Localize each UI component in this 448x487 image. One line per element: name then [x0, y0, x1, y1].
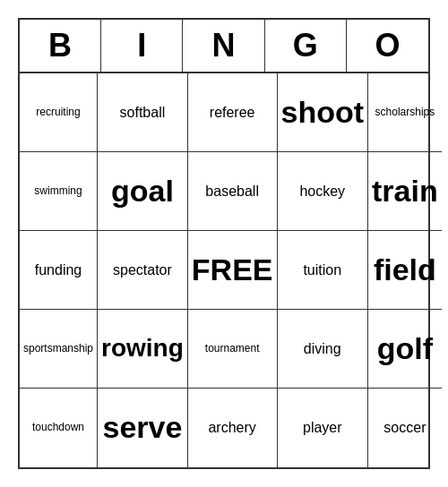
- bingo-cell-text: goal: [111, 175, 174, 208]
- bingo-header: BINGO: [20, 20, 428, 73]
- bingo-cell-text: diving: [304, 341, 341, 357]
- bingo-cell: spectator: [98, 231, 188, 310]
- bingo-cell: sportsmanship: [20, 310, 98, 389]
- bingo-cell: softball: [98, 73, 188, 152]
- bingo-cell-text: train: [372, 175, 438, 208]
- bingo-cell-text: funding: [35, 262, 82, 278]
- bingo-cell-text: player: [303, 420, 342, 436]
- bingo-grid: recruitingsoftballrefereeshootscholarshi…: [20, 73, 428, 467]
- bingo-cell: diving: [278, 310, 369, 389]
- bingo-cell: tournament: [188, 310, 278, 389]
- bingo-cell-text: FREE: [192, 253, 273, 286]
- bingo-cell-text: touchdown: [32, 422, 84, 433]
- bingo-cell: golf: [368, 310, 442, 389]
- bingo-cell-text: tournament: [205, 343, 260, 355]
- bingo-header-letter: N: [183, 20, 264, 72]
- bingo-cell-text: spectator: [113, 262, 172, 278]
- bingo-cell-text: tuition: [303, 262, 341, 278]
- bingo-header-letter: B: [20, 20, 101, 72]
- bingo-cell-text: soccer: [383, 420, 426, 436]
- bingo-cell: train: [368, 152, 442, 231]
- bingo-cell: rowing: [98, 310, 188, 389]
- bingo-cell: scholarships: [368, 73, 442, 152]
- bingo-cell-text: referee: [210, 105, 255, 121]
- bingo-cell-text: sportsmanship: [23, 343, 93, 355]
- bingo-cell: archery: [188, 389, 278, 467]
- bingo-cell: funding: [20, 231, 98, 310]
- bingo-cell-text: golf: [377, 332, 433, 365]
- bingo-cell: FREE: [188, 231, 278, 310]
- bingo-cell-text: field: [374, 253, 436, 286]
- bingo-header-letter: O: [347, 20, 428, 72]
- bingo-cell: field: [368, 231, 442, 310]
- bingo-cell: baseball: [188, 152, 278, 231]
- bingo-cell-text: hockey: [299, 184, 345, 200]
- bingo-cell-text: shoot: [281, 96, 365, 129]
- bingo-cell-text: baseball: [205, 184, 259, 200]
- bingo-cell: player: [278, 389, 369, 467]
- bingo-cell-text: recruiting: [36, 107, 80, 118]
- bingo-cell-text: softball: [120, 105, 166, 121]
- bingo-cell: shoot: [278, 73, 369, 152]
- bingo-cell: referee: [188, 73, 278, 152]
- bingo-card: BINGO recruitingsoftballrefereeshootscho…: [18, 18, 430, 469]
- bingo-cell-text: serve: [102, 411, 182, 444]
- bingo-cell: recruiting: [20, 73, 98, 152]
- bingo-cell-text: swimming: [34, 185, 82, 197]
- bingo-cell: swimming: [20, 152, 98, 231]
- bingo-cell: touchdown: [20, 389, 98, 467]
- bingo-cell-text: rowing: [101, 335, 184, 363]
- bingo-cell-text: scholarships: [375, 107, 435, 118]
- bingo-cell: serve: [98, 389, 188, 467]
- bingo-header-letter: G: [265, 20, 347, 72]
- bingo-cell: tuition: [278, 231, 369, 310]
- bingo-cell: hockey: [278, 152, 369, 231]
- bingo-cell: soccer: [368, 389, 442, 467]
- bingo-cell-text: archery: [208, 420, 255, 436]
- bingo-cell: goal: [98, 152, 188, 231]
- bingo-header-letter: I: [101, 20, 183, 72]
